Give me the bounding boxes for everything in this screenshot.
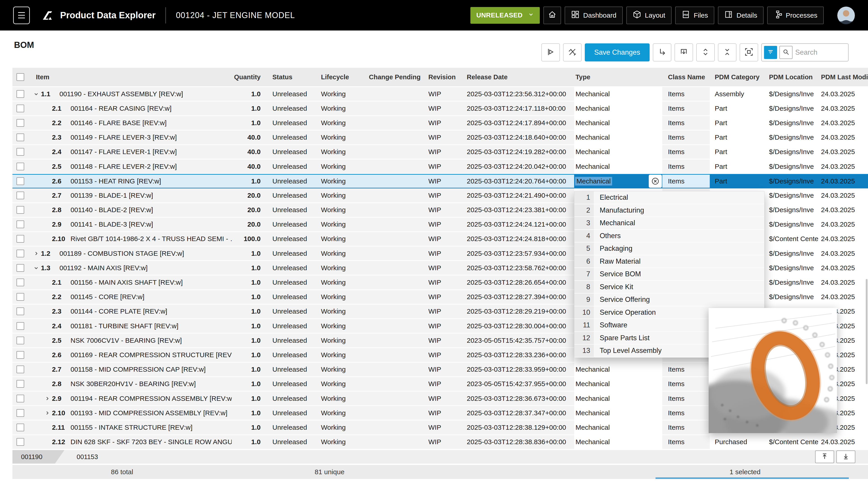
release-status-dropdown[interactable]: UNRELEASED [470,7,540,24]
where-used-button[interactable] [653,43,671,61]
save-changes-button[interactable]: Save Changes [585,43,650,61]
select-all-checkbox[interactable] [17,73,24,81]
row-checkbox[interactable] [17,163,24,170]
clear-value-button[interactable] [649,175,662,188]
table-row[interactable]: 2.2001146 - FLARE BASE [REV:w]1.0Unrelea… [12,116,868,130]
dropdown-item[interactable]: 4Others [575,230,764,242]
unlink-button[interactable] [563,43,582,61]
search-input[interactable] [795,48,845,57]
row-checkbox[interactable] [17,351,24,359]
row-checkbox[interactable] [17,307,24,315]
filter-button[interactable] [764,46,777,59]
header-pdm-location[interactable]: PDM Location [766,68,818,86]
collapse-row-chevron[interactable] [33,265,41,271]
header-pdm-category[interactable]: PDM Category [710,68,766,86]
processes-button[interactable]: Processes [767,6,824,24]
dropdown-item[interactable]: 9Service Offering [575,293,764,306]
release-item-button[interactable] [541,43,560,61]
collapse-row-chevron[interactable] [33,91,41,97]
details-button[interactable]: Details [718,6,764,24]
row-checkbox[interactable] [17,133,24,141]
hamburger-menu-button[interactable] [13,6,30,24]
user-avatar[interactable] [837,6,855,24]
row-checkbox[interactable] [17,119,24,127]
type-cell[interactable]: Mechanical [574,435,662,450]
fit-view-button[interactable] [740,43,758,61]
row-checkbox[interactable] [17,322,24,330]
type-cell[interactable]: Mechanical [574,420,662,435]
row-checkbox[interactable] [17,235,24,242]
vertical-scrollbar[interactable] [866,279,868,384]
type-cell[interactable]: Mechanical [574,145,662,160]
header-revision[interactable]: Revision [426,68,465,86]
type-cell[interactable]: Mechanical [574,174,662,188]
import-button[interactable] [675,43,693,61]
type-cell[interactable]: Mechanical [574,392,662,406]
type-cell[interactable]: Mechanical [574,131,662,145]
dropdown-item[interactable]: 2Manufacturing [575,204,764,217]
row-checkbox[interactable] [17,380,24,388]
header-item[interactable]: Item [33,68,232,86]
row-checkbox[interactable] [17,409,24,417]
collapse-all-button[interactable] [718,43,737,61]
type-cell[interactable]: Mechanical [574,87,662,101]
header-pdm-last[interactable]: PDM Last Modified [818,68,868,86]
scroll-to-bottom-button[interactable] [836,451,855,463]
layout-button[interactable]: Layout [626,6,672,24]
dropdown-item[interactable]: 3Mechanical [575,217,764,230]
row-checkbox[interactable] [17,206,24,214]
dropdown-item[interactable]: 8Service Kit [575,281,764,294]
row-checkbox[interactable] [17,337,24,344]
row-checkbox[interactable] [17,177,24,185]
row-checkbox[interactable] [17,424,24,431]
dropdown-item[interactable]: 5Packaging [575,242,764,255]
tab-001190[interactable]: 001190 [12,450,64,464]
row-checkbox[interactable] [17,250,24,257]
scroll-to-top-button[interactable] [815,451,834,463]
type-cell[interactable]: Mechanical [574,116,662,130]
type-cell[interactable]: Mechanical [574,160,662,174]
row-checkbox[interactable] [17,192,24,199]
dropdown-item[interactable]: 6Raw Material [575,255,764,268]
dropdown-item[interactable]: 7Service BOM [575,268,764,281]
type-cell[interactable]: Mechanical [574,101,662,116]
header-lifecycle[interactable]: Lifecycle [318,68,366,86]
tab-001153[interactable]: 001153 [68,450,98,464]
table-row[interactable]: 2.4001147 - FLARE LEVER-1 [REV:w]40.0Unr… [12,145,868,160]
expand-row-chevron[interactable] [44,395,52,402]
type-editor-value[interactable]: Mechanical [575,177,612,186]
header-quantity[interactable]: Quantity [232,68,264,86]
expand-all-button[interactable] [696,43,715,61]
table-row[interactable]: 2.6001153 - HEAT RING [REV:w]1.0Unreleas… [12,174,868,188]
row-checkbox[interactable] [17,221,24,228]
type-cell[interactable]: Mechanical [574,377,662,392]
header-change-pending[interactable]: Change Pending [366,68,426,86]
type-cell[interactable]: Mechanical [574,363,662,377]
dropdown-item[interactable]: 1Electrical [575,191,764,204]
table-row[interactable]: 2.5001148 - FLARE LEVER-2 [REV:w]40.0Unr… [12,160,868,174]
dashboard-button[interactable]: Dashboard [565,6,623,24]
table-row[interactable]: 2.3001149 - FLARE LEVER-3 [REV:w]40.0Unr… [12,131,868,145]
row-checkbox[interactable] [17,148,24,156]
row-checkbox[interactable] [17,438,24,446]
header-release-date[interactable]: Release Date [465,68,574,86]
row-checkbox[interactable] [17,90,24,98]
expand-row-chevron[interactable] [44,410,52,416]
table-row[interactable]: 1.1001190 - EXHAUST ASSEMBLY [REV:w]1.0U… [12,87,868,101]
row-checkbox[interactable] [17,264,24,272]
header-status[interactable]: Status [264,68,318,86]
search-button[interactable] [779,46,793,59]
header-class-name[interactable]: Class Name [662,68,710,86]
home-button[interactable] [544,6,561,24]
row-checkbox[interactable] [17,279,24,286]
row-checkbox[interactable] [17,105,24,112]
header-type[interactable]: Type [574,68,662,86]
row-checkbox[interactable] [17,395,24,402]
row-checkbox[interactable] [17,293,24,301]
table-row[interactable]: 2.1001164 - REAR CASING [REV:w]1.0Unrele… [12,101,868,116]
expand-row-chevron[interactable] [33,250,41,257]
row-checkbox[interactable] [17,365,24,373]
type-cell[interactable]: Mechanical [574,406,662,420]
files-button[interactable]: PDF Files [675,6,714,24]
table-row[interactable]: 2.12DIN 628 SKF - SKF 7203 BEY - SINGLE … [12,435,868,450]
